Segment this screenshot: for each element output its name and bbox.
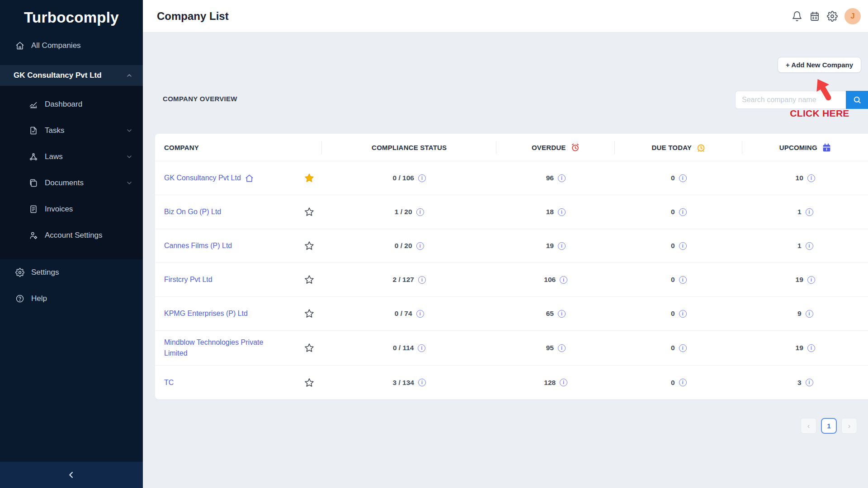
column-header-upcoming[interactable]: UPCOMING	[742, 134, 868, 161]
table-row: Biz On Go (P) Ltd 1 / 20 i 18 i 0 i 1 i	[155, 195, 868, 229]
table-row: KPMG Enterprises (P) Ltd 0 / 74 i 65 i 0…	[155, 297, 868, 331]
info-icon[interactable]: i	[806, 208, 813, 216]
documents-icon	[29, 178, 38, 188]
sidebar-item-label: Dashboard	[45, 100, 133, 109]
table-row: Mindblow Technologies Private Limited 0 …	[155, 331, 868, 366]
company-cell: Firstcry Pvt Ltd	[155, 268, 296, 291]
company-link[interactable]: Mindblow Technologies Private Limited	[164, 337, 284, 359]
due-today-value: 0	[671, 310, 675, 318]
due-today-clock-icon	[696, 143, 706, 152]
info-icon[interactable]: i	[807, 276, 815, 284]
overdue-cell: 18 i	[496, 208, 615, 216]
search-input[interactable]	[735, 91, 846, 109]
info-icon[interactable]: i	[418, 174, 426, 182]
info-icon[interactable]: i	[418, 379, 426, 386]
notifications-bell-icon[interactable]	[792, 11, 802, 22]
info-icon[interactable]: i	[560, 379, 567, 386]
gear-icon[interactable]	[827, 11, 838, 22]
sidebar-item-help[interactable]: Help	[0, 286, 143, 312]
overdue-value: 65	[546, 310, 554, 318]
info-icon[interactable]: i	[679, 242, 687, 250]
sidebar-item-company-group[interactable]: GK Consultancy Pvt Ltd	[0, 65, 143, 86]
info-icon[interactable]: i	[806, 310, 813, 318]
info-icon[interactable]: i	[558, 344, 566, 352]
overdue-value: 19	[546, 242, 554, 250]
info-icon[interactable]: i	[679, 379, 687, 386]
info-icon[interactable]: i	[560, 276, 567, 284]
info-icon[interactable]: i	[806, 242, 813, 250]
compliance-status-cell: 0 / 114 i	[322, 344, 496, 352]
sidebar-item-account-settings[interactable]: Account Settings	[0, 222, 143, 249]
sidebar-item-laws[interactable]: Laws	[0, 144, 143, 170]
company-link[interactable]: GK Consultancy Pvt Ltd	[164, 173, 241, 183]
column-header-overdue[interactable]: OVERDUE	[496, 134, 615, 161]
sidebar-item-settings[interactable]: Settings	[0, 259, 143, 286]
info-icon[interactable]: i	[558, 310, 566, 318]
company-link[interactable]: Cannes Films (P) Ltd	[164, 240, 232, 251]
info-icon[interactable]: i	[807, 344, 815, 352]
overdue-value: 128	[544, 379, 556, 387]
info-icon[interactable]: i	[416, 310, 424, 318]
sidebar-item-dashboard[interactable]: Dashboard	[0, 91, 143, 117]
gear-icon	[15, 268, 24, 277]
compliance-status-cell: 0 / 20 i	[322, 242, 496, 250]
search-button[interactable]	[846, 91, 868, 109]
add-new-company-button[interactable]: + Add New Company	[778, 57, 861, 73]
info-icon[interactable]: i	[806, 379, 813, 386]
sidebar-item-label: Account Settings	[45, 231, 133, 240]
company-cell: TC	[155, 371, 296, 394]
info-icon[interactable]: i	[558, 242, 566, 250]
overdue-cell: 19 i	[496, 242, 615, 250]
favorite-star-icon[interactable]	[296, 240, 322, 251]
page-title: Company List	[157, 10, 792, 23]
chevron-down-icon	[126, 127, 133, 134]
due-today-cell: 0 i	[615, 310, 742, 318]
sidebar-collapse-button[interactable]	[0, 462, 143, 488]
info-icon[interactable]: i	[679, 310, 687, 318]
content-area: + Add New Company COMPANY OVERVIEW CLICK…	[143, 33, 868, 488]
favorite-star-icon[interactable]	[296, 274, 322, 285]
favorite-star-icon[interactable]	[296, 308, 322, 319]
info-icon[interactable]: i	[418, 344, 425, 352]
sidebar-item-invoices[interactable]: Invoices	[0, 196, 143, 222]
company-link[interactable]: Firstcry Pvt Ltd	[164, 274, 212, 285]
info-icon[interactable]: i	[679, 344, 687, 352]
pagination-prev-button[interactable]: ‹	[801, 418, 816, 434]
sidebar-item-all-companies[interactable]: All Companies	[0, 35, 143, 56]
table-body: GK Consultancy Pvt Ltd 0 / 106 i 96 i 0 …	[155, 161, 868, 399]
favorite-star-icon[interactable]	[296, 206, 322, 217]
company-link[interactable]: TC	[164, 377, 174, 388]
info-icon[interactable]: i	[418, 276, 426, 284]
upcoming-value: 19	[796, 276, 803, 284]
sidebar-item-documents[interactable]: Documents	[0, 170, 143, 196]
upcoming-value: 10	[796, 174, 803, 182]
user-avatar[interactable]: J	[844, 8, 861, 24]
info-icon[interactable]: i	[807, 174, 815, 182]
info-icon[interactable]: i	[558, 208, 566, 216]
due-today-value: 0	[671, 174, 675, 182]
pagination-next-button[interactable]: ›	[841, 418, 857, 434]
company-link[interactable]: KPMG Enterprises (P) Ltd	[164, 308, 248, 319]
compliance-value: 1 / 20	[395, 208, 412, 216]
info-icon[interactable]: i	[679, 174, 687, 182]
column-header-due-today[interactable]: DUE TODAY	[615, 134, 742, 161]
info-icon[interactable]: i	[679, 276, 687, 284]
sidebar-item-tasks[interactable]: Tasks	[0, 117, 143, 144]
compliance-status-cell: 0 / 74 i	[322, 310, 496, 318]
chevron-up-icon	[126, 72, 133, 79]
favorite-star-icon[interactable]	[296, 377, 322, 388]
column-header-compliance-status[interactable]: COMPLIANCE STATUS	[322, 134, 496, 161]
column-header-company[interactable]: COMPANY	[155, 134, 322, 161]
favorite-star-icon[interactable]	[296, 343, 322, 353]
pagination-page-1-button[interactable]: 1	[821, 418, 837, 434]
calendar-icon[interactable]	[809, 11, 820, 22]
info-icon[interactable]: i	[416, 242, 424, 250]
overdue-value: 106	[544, 276, 556, 284]
upcoming-value: 1	[797, 208, 802, 216]
info-icon[interactable]: i	[416, 208, 424, 216]
info-icon[interactable]: i	[558, 174, 566, 182]
overdue-cell: 96 i	[496, 174, 615, 182]
company-link[interactable]: Biz On Go (P) Ltd	[164, 206, 221, 217]
info-icon[interactable]: i	[679, 208, 687, 216]
favorite-star-icon[interactable]	[296, 173, 322, 183]
